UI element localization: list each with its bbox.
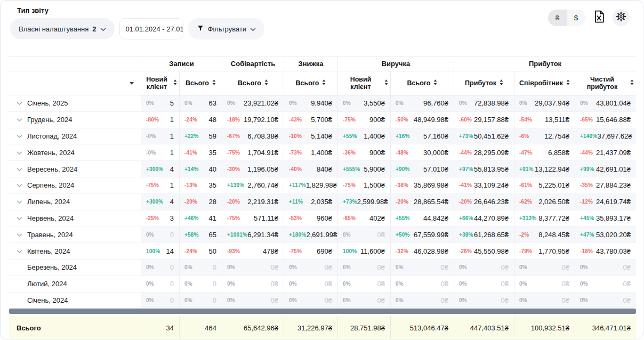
data-cell: +66%44,270.89₴ <box>454 211 514 226</box>
percent-change-badge: 0% <box>146 100 154 106</box>
data-cell: -20%28 <box>179 194 222 210</box>
cell-value: 8,377.72₴ <box>538 214 569 222</box>
expand-chevron-icon[interactable] <box>17 214 22 222</box>
data-cell: +58%65 <box>179 226 222 242</box>
row-label[interactable]: Березень, 2024 <box>9 260 141 276</box>
cell-value: 15,646.88₴ <box>596 116 631 124</box>
row-label[interactable]: Серпень, 2024 <box>9 177 141 193</box>
cell-value: 571.11₴ <box>254 214 278 222</box>
cell-value: 50,451.62₴ <box>474 132 509 140</box>
row-label[interactable]: Січень, 2024 <box>9 293 141 309</box>
row-label[interactable]: Вересень, 2024 <box>9 161 141 177</box>
row-label[interactable]: Травень, 2024 <box>9 226 141 242</box>
row-label[interactable]: Грудень, 2024 <box>9 112 141 128</box>
currency-uah-button[interactable]: ₴ <box>548 10 567 26</box>
percent-change-badge: 0% <box>580 281 588 287</box>
currency-usd-button[interactable]: $ <box>567 10 585 26</box>
data-cell: 0%0 <box>179 276 222 292</box>
column-header-cell[interactable]: Прибуток <box>454 71 514 95</box>
data-cell: 0%0₴ <box>222 260 284 276</box>
settings-dropdown[interactable]: Власні налаштування2 <box>10 18 115 39</box>
percent-change-badge: -0% <box>146 150 156 156</box>
cell-value: 0₴ <box>271 280 278 288</box>
percent-change-badge: -48% <box>396 150 408 156</box>
cell-value: 1 <box>170 149 174 157</box>
name-column-header[interactable] <box>9 71 141 95</box>
percent-change-badge: -13% <box>184 182 197 188</box>
expand-chevron-icon[interactable] <box>17 132 22 140</box>
cell-value: 0₴ <box>325 280 332 288</box>
percent-change-badge: +58% <box>184 232 199 238</box>
percent-change-badge: 0% <box>459 264 467 270</box>
row-label[interactable]: Червень, 2024 <box>9 211 141 226</box>
data-cell: -20%26,646.23₴ <box>454 194 514 210</box>
expand-chevron-icon[interactable] <box>17 149 22 157</box>
cell-value: 5,140₴ <box>311 132 332 140</box>
footer-cell: 464 <box>179 315 222 339</box>
data-cell: 0%0₴ <box>390 276 454 292</box>
row-label[interactable]: Жовтень, 2024 <box>9 144 141 160</box>
percent-change-badge: -18% <box>227 117 240 123</box>
percent-change-badge: -44% <box>580 150 593 156</box>
sort-icon <box>566 79 570 87</box>
expand-chevron-icon[interactable] <box>17 99 22 107</box>
column-header-cell[interactable]: Чистий прибуток <box>575 71 636 95</box>
expand-chevron-icon[interactable] <box>17 181 22 189</box>
percent-change-badge: +47% <box>580 232 594 238</box>
footer-row: Всього 3446465,642.96₴31,226.97₴28,751.9… <box>9 315 636 339</box>
percent-change-badge: 0% <box>580 100 588 106</box>
filter-button[interactable]: Фільтрувати <box>188 18 265 39</box>
data-cell: -30%1,196.05₴ <box>222 161 284 177</box>
cell-value: 1,770.95₴ <box>538 247 569 255</box>
excel-file-icon <box>593 10 605 25</box>
date-range-input[interactable]: 01.01.2024 - 27.01.2025 <box>119 18 183 39</box>
expand-chevron-icon[interactable] <box>17 231 22 239</box>
percent-change-badge: 0% <box>580 264 588 270</box>
column-header-cell[interactable]: Новий клієнт <box>337 71 390 95</box>
row-label[interactable]: Липень, 2024 <box>9 194 141 210</box>
footer-cell: 28,751.98₴ <box>337 315 390 339</box>
horizontal-scrollbar[interactable] <box>9 309 636 314</box>
column-header-cell[interactable]: Всього <box>222 71 284 95</box>
percent-change-badge: 0% <box>343 281 351 287</box>
percent-change-badge: 0% <box>343 100 351 106</box>
percent-change-badge: +55% <box>396 215 410 221</box>
cell-value: 402₴ <box>369 214 385 222</box>
percent-change-badge: -85% <box>343 215 356 221</box>
footer-value: 100,932.51₴ <box>531 324 569 332</box>
column-header-cell[interactable]: Всього <box>179 71 222 95</box>
data-cell: -20%2,219.31₴ <box>222 194 284 210</box>
expand-chevron-icon[interactable] <box>17 198 22 206</box>
row-label[interactable]: Лютий, 2024 <box>9 276 141 292</box>
row-label[interactable]: Квітень, 2024 <box>9 243 141 259</box>
column-header-cell[interactable]: Всього <box>390 71 454 95</box>
data-cell: 0%0₴ <box>575 260 636 276</box>
column-header-cell[interactable]: Співробітник <box>514 71 575 95</box>
expand-chevron-icon[interactable] <box>17 165 22 173</box>
group-header-cell: Прибуток <box>454 56 636 71</box>
expand-chevron-icon[interactable] <box>17 247 22 255</box>
excel-export-button[interactable] <box>593 10 605 25</box>
data-cell: -18%43,780.03₴ <box>575 243 636 259</box>
column-header-cell[interactable]: Новий клієнт <box>141 71 179 95</box>
row-period-label: Березень, 2024 <box>27 263 77 271</box>
row-label[interactable]: Січень, 2025 <box>9 95 141 111</box>
expand-chevron-icon[interactable] <box>17 116 22 124</box>
column-header-label: Всього <box>238 79 261 87</box>
table-row: Серпень, 2024-75%1-13%35+130%2,760.74₴+1… <box>9 177 636 194</box>
table-row: Червень, 2024-25%3+46%41-75%571.11₴-53%9… <box>9 211 636 227</box>
percent-change-badge: 0% <box>459 281 467 287</box>
percent-change-badge: 0% <box>396 281 404 287</box>
cell-value: 0₴ <box>271 263 278 271</box>
column-header-label: Всього <box>296 79 319 87</box>
data-cell: -24%50 <box>179 243 222 259</box>
row-period-label: Січень, 2025 <box>27 99 68 107</box>
percent-change-badge: +313% <box>519 215 536 221</box>
cell-value: 0 <box>170 231 174 239</box>
percent-change-badge: 0% <box>146 264 154 270</box>
column-header-cell[interactable]: Всього <box>284 71 337 95</box>
row-label[interactable]: Листопад, 2024 <box>9 128 141 144</box>
percent-change-badge: -32% <box>396 248 408 254</box>
settings-button[interactable] <box>613 9 630 26</box>
cell-value: 35 <box>209 149 216 157</box>
